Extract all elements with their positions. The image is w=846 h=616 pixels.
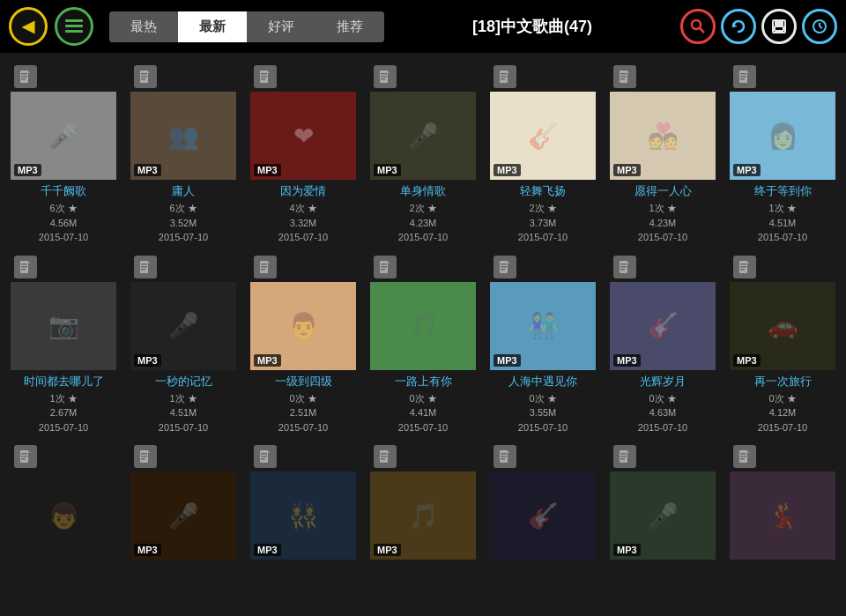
svg-rect-39: [620, 78, 625, 80]
svg-rect-107: [620, 453, 627, 455]
doc-icon: [613, 445, 636, 468]
svg-rect-23: [261, 76, 267, 78]
list-item[interactable]: 🎸MP3轻舞飞扬2次 ★ 3.73M 2015-07-10: [483, 60, 603, 250]
doc-icon: [254, 65, 277, 88]
thumbnail: 👥MP3: [130, 92, 236, 180]
menu-button[interactable]: [55, 7, 93, 46]
svg-rect-43: [740, 76, 746, 78]
svg-rect-103: [501, 456, 507, 457]
list-item[interactable]: 🎤MP3单身情歌2次 ★ 4.23M 2015-07-10: [363, 60, 483, 250]
svg-rect-44: [740, 78, 745, 80]
item-name: 千千阙歌: [11, 183, 116, 199]
list-item[interactable]: 👫MP3人海中遇见你0次 ★ 3.55M 2015-07-10: [483, 250, 603, 441]
svg-rect-114: [740, 458, 745, 460]
list-item[interactable]: 🚗MP3再一次旅行0次 ★ 4.12M 2015-07-10: [723, 250, 842, 441]
svg-rect-0: [65, 19, 83, 22]
svg-rect-82: [21, 453, 27, 455]
item-name: 单身情歌: [370, 183, 476, 199]
list-item[interactable]: 👨MP3一级到四级0次 ★ 2.51M 2015-07-10: [243, 250, 363, 441]
doc-icon: [494, 65, 516, 88]
list-item[interactable]: 👯MP3: [243, 440, 363, 565]
save-button[interactable]: [761, 9, 797, 44]
list-item[interactable]: ❤MP3因为爱情4次 ★ 3.32M 2015-07-10: [243, 60, 363, 250]
svg-marker-25: [268, 71, 271, 73]
svg-rect-29: [381, 78, 385, 80]
item-meta: 0次 ★ 4.12M 2015-07-10: [758, 391, 807, 435]
mp3-badge: MP3: [613, 164, 641, 176]
item-meta: 0次 ★ 2.51M 2015-07-10: [278, 391, 328, 435]
svg-marker-90: [148, 450, 151, 453]
svg-rect-84: [21, 458, 26, 460]
thumbnail: 💃: [730, 471, 835, 560]
tab-most-hot[interactable]: 最热: [109, 11, 178, 42]
list-item[interactable]: 🎵一路上有你0次 ★ 4.41M 2015-07-10: [363, 250, 483, 441]
doc-icon: [134, 65, 157, 88]
svg-rect-94: [261, 458, 265, 460]
mp3-badge: MP3: [134, 164, 161, 176]
svg-rect-63: [381, 266, 387, 268]
svg-marker-60: [268, 261, 271, 263]
list-item[interactable]: 🎤MP3千千阙歌6次 ★ 4.56M 2015-07-10: [4, 60, 123, 250]
list-item[interactable]: 💑MP3愿得一人心1次 ★ 4.23M 2015-07-10: [603, 60, 723, 250]
svg-rect-14: [21, 78, 26, 80]
list-item[interactable]: 👩MP3终于等到你1次 ★ 4.51M 2015-07-10: [723, 60, 842, 250]
svg-rect-37: [620, 73, 627, 75]
item-name: 庸人: [130, 183, 236, 199]
item-name: 一秒的记忆: [130, 374, 236, 390]
list-item[interactable]: 👦: [4, 440, 123, 565]
refresh-button[interactable]: [721, 9, 756, 44]
mp3-badge: MP3: [494, 354, 521, 367]
doc-icon: [14, 445, 37, 468]
list-item[interactable]: 🎸MP3光辉岁月0次 ★ 4.63M 2015-07-10: [603, 250, 723, 441]
list-item[interactable]: 🎸: [483, 440, 603, 565]
svg-marker-75: [627, 261, 630, 263]
mp3-badge: MP3: [14, 164, 41, 176]
thumb-placeholder: 🎸: [490, 471, 596, 560]
item-name: 时间都去哪儿了: [11, 374, 116, 390]
svg-marker-95: [268, 450, 271, 453]
doc-icon: [613, 256, 636, 278]
music-grid: 🎤MP3千千阙歌6次 ★ 4.56M 2015-07-10👥MP3庸人6次 ★ …: [4, 60, 842, 565]
doc-icon: [494, 256, 516, 278]
svg-rect-74: [620, 269, 625, 271]
svg-rect-54: [141, 269, 145, 271]
tab-best-rated[interactable]: 好评: [247, 11, 315, 42]
svg-marker-110: [627, 450, 630, 453]
thumbnail: 🎤MP3: [610, 471, 716, 560]
doc-icon: [374, 65, 397, 88]
svg-rect-77: [740, 263, 746, 265]
svg-rect-78: [740, 266, 746, 268]
svg-rect-12: [21, 73, 27, 75]
content: 🎤MP3千千阙歌6次 ★ 4.56M 2015-07-10👥MP3庸人6次 ★ …: [0, 53, 846, 616]
svg-rect-87: [141, 453, 147, 455]
list-item[interactable]: 🎤MP3: [123, 440, 243, 565]
thumbnail: 🎸MP3: [610, 282, 716, 370]
list-item[interactable]: 🎤MP3: [603, 440, 723, 565]
list-item[interactable]: 🎤MP3一秒的记忆1次 ★ 4.51M 2015-07-10: [123, 250, 243, 441]
list-item[interactable]: 👥MP3庸人6次 ★ 3.52M 2015-07-10: [123, 60, 243, 250]
mp3-badge: MP3: [733, 164, 761, 176]
item-name: 一路上有你: [370, 374, 476, 390]
list-item[interactable]: 🎵MP3: [363, 440, 483, 565]
svg-marker-50: [28, 261, 31, 263]
svg-marker-65: [388, 261, 390, 263]
svg-rect-24: [261, 78, 265, 80]
tab-recommended[interactable]: 推荐: [315, 11, 384, 42]
svg-rect-68: [501, 266, 507, 268]
svg-rect-13: [21, 76, 27, 78]
svg-marker-30: [388, 71, 390, 73]
svg-rect-59: [261, 269, 265, 271]
list-item[interactable]: 💃: [723, 440, 842, 565]
time-button[interactable]: [802, 9, 837, 44]
list-item[interactable]: 📷时间都去哪儿了1次 ★ 2.67M 2015-07-10: [4, 250, 123, 441]
thumbnail: ❤MP3: [250, 92, 356, 180]
item-name: 愿得一人心: [610, 183, 716, 199]
item-meta: 1次 ★ 4.51M 2015-07-10: [758, 201, 807, 245]
svg-rect-83: [21, 456, 27, 457]
tabs: 最热 最新 好评 推荐: [109, 11, 384, 42]
search-button[interactable]: [680, 9, 716, 44]
thumbnail: 👯MP3: [250, 471, 356, 560]
svg-marker-40: [627, 71, 630, 73]
back-button[interactable]: ◀: [9, 7, 48, 46]
tab-newest[interactable]: 最新: [178, 11, 247, 42]
